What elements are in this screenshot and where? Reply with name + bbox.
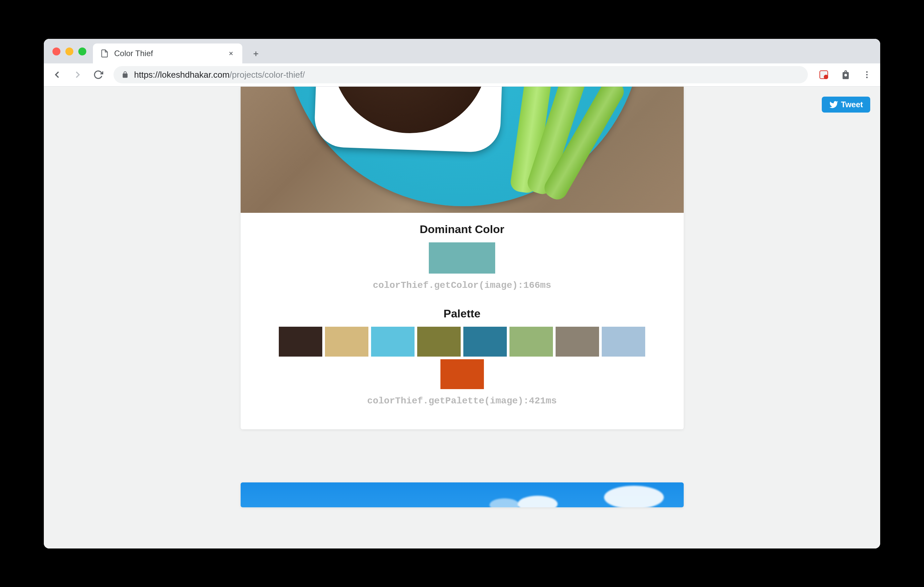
palette-swatches bbox=[276, 327, 648, 389]
page-icon bbox=[99, 48, 109, 58]
lock-icon bbox=[122, 71, 129, 78]
browser-tab[interactable]: Color Thief bbox=[93, 43, 242, 63]
svg-point-8 bbox=[866, 77, 868, 78]
palette-swatch bbox=[325, 327, 368, 357]
address-bar[interactable]: https://lokeshdhakar.com/projects/color-… bbox=[114, 66, 808, 83]
palette-swatch bbox=[556, 327, 599, 357]
page-content: Tweet Dominant Color colorThief.getColor… bbox=[44, 87, 880, 549]
browser-window: Color Thief https://lokeshdhakar.com/pro… bbox=[44, 39, 880, 549]
window-minimize-button[interactable] bbox=[65, 48, 73, 55]
dominant-code: colorThief.getColor(image):166ms bbox=[241, 280, 684, 291]
palette-swatch bbox=[441, 359, 484, 389]
tweet-label: Tweet bbox=[841, 100, 863, 109]
demo-card-1: Dominant Color colorThief.getColor(image… bbox=[241, 87, 684, 429]
twitter-icon bbox=[829, 100, 838, 109]
palette-swatch bbox=[371, 327, 414, 357]
palette-swatch bbox=[510, 327, 553, 357]
svg-point-6 bbox=[866, 71, 868, 73]
url-path: /projects/color-thief/ bbox=[230, 70, 305, 80]
svg-point-5 bbox=[824, 75, 828, 79]
window-controls bbox=[53, 48, 86, 55]
palette-swatch bbox=[279, 327, 322, 357]
palette-swatch bbox=[602, 327, 645, 357]
demo-image-1 bbox=[241, 87, 684, 213]
dominant-heading: Dominant Color bbox=[241, 223, 684, 236]
demo-image-2 bbox=[241, 483, 684, 507]
extension-icon[interactable] bbox=[817, 68, 830, 81]
palette-swatch bbox=[417, 327, 461, 357]
tab-close-button[interactable] bbox=[226, 49, 236, 58]
url-domain: lokeshdhakar.com bbox=[160, 70, 230, 80]
tweet-button[interactable]: Tweet bbox=[822, 97, 870, 112]
svg-point-7 bbox=[866, 74, 868, 76]
tab-bar: Color Thief bbox=[44, 39, 880, 63]
new-tab-button[interactable] bbox=[248, 45, 264, 62]
window-close-button[interactable] bbox=[53, 48, 60, 55]
palette-swatch bbox=[463, 327, 507, 357]
url-scheme: https:// bbox=[134, 70, 160, 80]
profile-icon[interactable] bbox=[839, 68, 852, 81]
demo-card-2 bbox=[241, 483, 684, 507]
palette-code: colorThief.getPalette(image):421ms bbox=[241, 396, 684, 406]
dominant-color-section: Dominant Color colorThief.getColor(image… bbox=[241, 213, 684, 297]
window-maximize-button[interactable] bbox=[78, 48, 86, 55]
tab-title: Color Thief bbox=[114, 49, 153, 58]
palette-section: Palette colorThief.getPalette(image):421… bbox=[241, 297, 684, 429]
browser-toolbar: https://lokeshdhakar.com/projects/color-… bbox=[44, 63, 880, 87]
reload-button[interactable] bbox=[90, 67, 106, 83]
menu-button[interactable] bbox=[859, 67, 875, 83]
palette-heading: Palette bbox=[241, 307, 684, 320]
dominant-swatch bbox=[429, 242, 495, 274]
back-button[interactable] bbox=[49, 67, 65, 83]
forward-button[interactable] bbox=[70, 67, 86, 83]
